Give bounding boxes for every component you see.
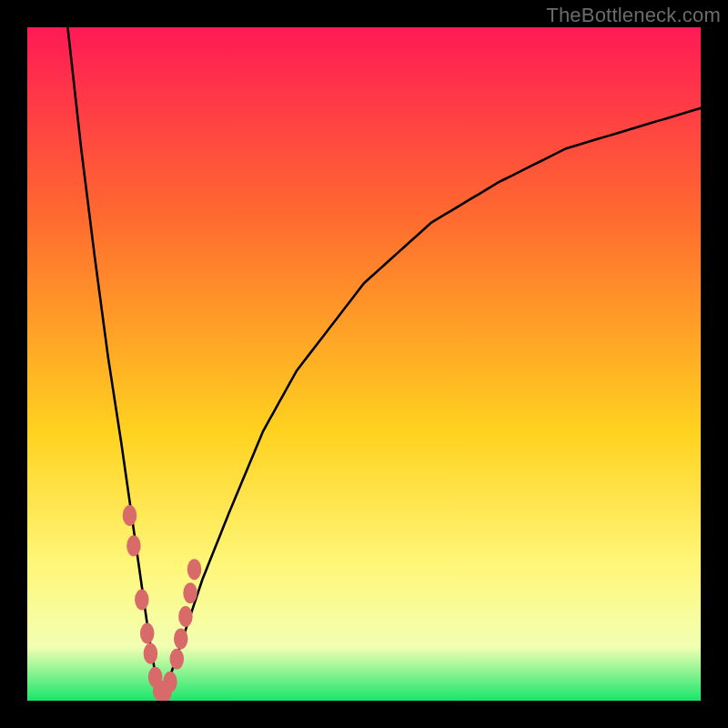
marker-point [178, 606, 193, 627]
chart-frame: TheBottleneck.com [0, 0, 728, 728]
marker-point [135, 590, 149, 611]
watermark-text: TheBottleneck.com [546, 4, 721, 27]
plot-area [27, 27, 701, 701]
marker-point [170, 649, 185, 670]
curve-right [162, 108, 701, 701]
marker-point [123, 505, 137, 526]
marker-point [183, 582, 197, 603]
marker-point [140, 623, 155, 644]
marker-point [174, 628, 188, 649]
marker-point [126, 535, 141, 556]
curves-layer [27, 27, 701, 701]
marker-point [187, 559, 202, 580]
marker-point [144, 643, 158, 664]
marker-point [163, 672, 177, 693]
